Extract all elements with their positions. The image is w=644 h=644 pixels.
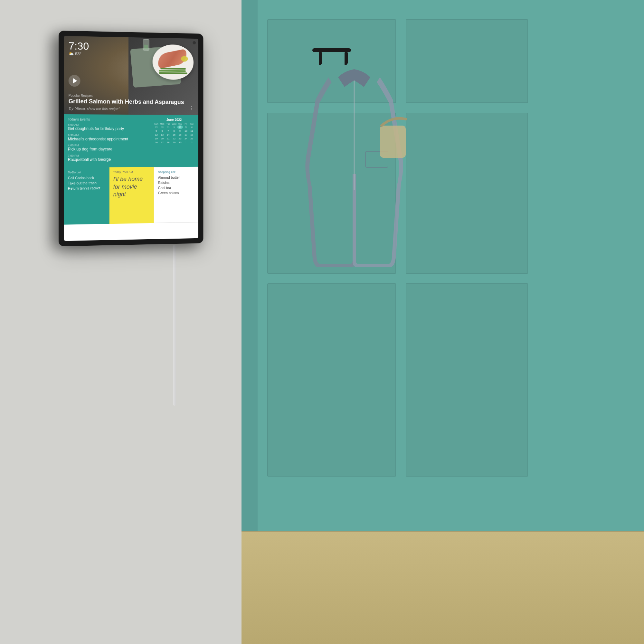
cal-day[interactable]: 24 [183,137,189,140]
cal-day[interactable]: 15 [171,133,177,137]
recipe-subtitle: Try "Alexa, show me this recipe" [69,107,184,111]
todo-label: To-Do List [68,171,106,174]
day-label-thu: Thu [177,123,183,125]
event-4-title: Racquetball with George [68,157,150,163]
day-label-fri: Fri [183,123,189,125]
event-2[interactable]: 9:30 AM Michael's orthodontist appointme… [68,133,150,142]
svg-rect-2 [380,126,406,158]
cal-day: 31 [166,125,171,129]
day-label-mon: Mon [159,123,165,125]
clock: 7:30 [69,41,89,52]
cal-day[interactable]: 3 [183,125,189,129]
shopping-item-3: Chai tea [158,185,194,190]
wall-panel-mid-right [406,113,528,274]
cal-day: 29 [154,125,159,129]
cal-day[interactable]: 21 [166,137,171,140]
note-time: Today, 7:20 AM [113,170,150,174]
cal-day[interactable]: 7 [166,129,171,133]
wall-panel-bot-left [267,283,396,477]
wall-panel-bot-right [406,283,528,477]
event-2-time: 9:30 AM [68,133,150,137]
more-options-button[interactable]: ⋮ [189,105,195,111]
device-screen: 7:30 ⛅ 63° Popular Recipes Grilled Salmo… [64,36,198,241]
cal-day[interactable]: 5 [154,129,159,133]
cal-day[interactable]: 16 [177,133,183,137]
day-label-tue: Tue [166,123,171,125]
event-3[interactable]: 4:00 PM Pick up dog from daycare [68,144,150,152]
cal-day[interactable]: 27 [159,141,165,144]
events-panel: Today's Events 8:00 AM Get doughnuts for… [68,118,150,164]
play-button[interactable] [69,75,81,87]
cal-day[interactable]: 23 [177,137,183,140]
calendar-grid: Sun Mon Tue Wed Thu Fri Sat 29 30 31 1 2… [154,123,195,144]
jacket [296,61,412,288]
event-1-title: Get doughnuts for birthday party [68,127,150,132]
cal-day[interactable]: 13 [159,133,165,137]
cal-day[interactable]: 9 [177,129,183,133]
note-content: I'll be home for movie night [113,175,150,198]
todo-item-2: Take out the trash [68,181,106,185]
recipe-info: Popular Recipes Grilled Salmon with Herb… [69,94,184,111]
echo-show-device: 7:30 ⛅ 63° Popular Recipes Grilled Salmo… [59,31,203,246]
cal-day[interactable]: 17 [183,133,189,137]
cal-day[interactable]: 14 [166,133,171,137]
play-icon [73,78,77,83]
day-label-sat: Sat [189,123,194,125]
mini-calendar: June 2022 Sun Mon Tue Wed Thu Fri Sat 29… [154,118,195,164]
event-2-title: Michael's orthodontist appointment [68,137,150,142]
cal-day: 30 [159,125,165,129]
cal-day[interactable]: 11 [189,129,194,133]
event-1[interactable]: 8:00 AM Get doughnuts for birthday party [68,123,150,131]
cal-day[interactable]: 28 [166,141,171,144]
calendar-month: June 2022 [154,118,195,121]
cal-day[interactable]: 22 [171,137,177,140]
cal-day[interactable]: 1 [171,125,177,129]
event-3-time: 4:00 PM [68,144,150,147]
temperature: 63° [75,51,81,56]
cal-day[interactable]: 29 [171,141,177,144]
shopping-item-1: Almond butter [158,175,194,180]
todo-widget[interactable]: To-Do List Call Carlos back Take out the… [64,167,109,225]
shopping-widget[interactable]: Shopping List Almond butter Raisins Chai… [154,167,198,223]
cal-day: 2 [189,141,194,144]
cal-day[interactable]: 12 [154,133,159,137]
todo-item-1: Call Carlos back [68,176,106,180]
cal-day[interactable]: 18 [189,133,194,137]
cal-day[interactable]: 6 [159,129,165,133]
hero-section[interactable]: 7:30 ⛅ 63° Popular Recipes Grilled Salmo… [64,36,198,115]
shopping-label: Shopping List [158,170,194,174]
cal-day: 1 [183,141,189,144]
cal-day[interactable]: 10 [183,129,189,133]
recipe-category: Popular Recipes [69,94,184,99]
cal-day[interactable]: 25 [189,137,194,140]
events-label: Today's Events [68,118,150,121]
weather-icon: ⛅ [69,51,74,56]
cal-day[interactable]: 26 [154,141,159,144]
power-cable [173,245,176,406]
day-label-wed: Wed [171,123,177,125]
widgets-section: To-Do List Call Carlos back Take out the… [64,167,198,225]
cal-day[interactable]: 8 [171,129,177,133]
right-wall [241,0,644,644]
cal-day-today[interactable]: 2 [177,125,183,129]
wall-panel-top-right [406,19,528,103]
recipe-title: Grilled Salmon with Herbs and Asparagus [69,98,184,106]
todo-item-3: Return tennis racket [68,186,106,190]
event-1-time: 8:00 AM [68,123,150,127]
shopping-item-4: Green onions [158,191,194,195]
cal-day[interactable]: 30 [177,141,183,144]
camera [193,41,196,44]
cal-day[interactable]: 20 [159,137,165,140]
note-widget[interactable]: Today, 7:20 AM I'll be home for movie ni… [109,167,154,224]
floor [241,531,644,644]
cal-day[interactable]: 19 [154,137,159,140]
event-4[interactable]: 7:00 PM Racquetball with George [68,154,150,163]
event-3-title: Pick up dog from daycare [68,147,150,152]
time-weather: 7:30 ⛅ 63° [69,41,89,56]
shopping-item-2: Raisins [158,181,194,185]
day-label-sun: Sun [154,123,159,125]
cal-day[interactable]: 4 [189,125,194,129]
calendar-section: Today's Events 8:00 AM Get doughnuts for… [64,114,198,168]
